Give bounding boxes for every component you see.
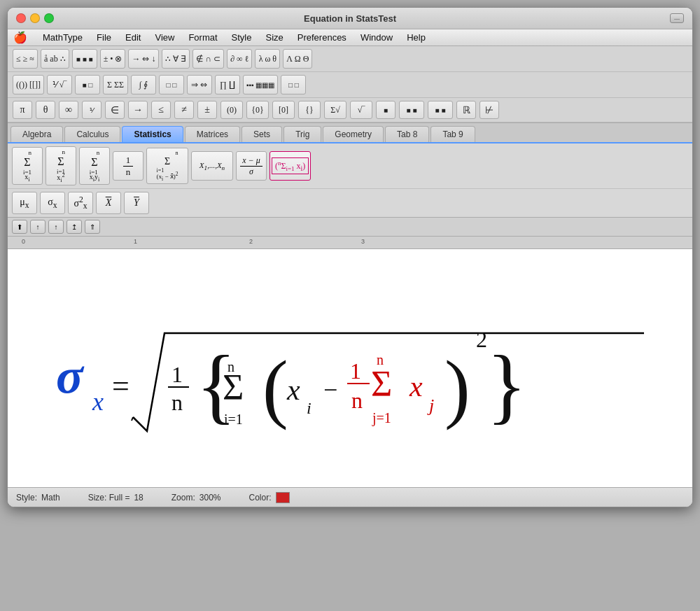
- sym-sigma-x[interactable]: σx: [40, 192, 65, 214]
- ruler: 0 1 2 3: [8, 237, 692, 249]
- svg-line-3: [132, 417, 133, 421]
- sym-x-bar[interactable]: X: [96, 192, 121, 214]
- close-button[interactable]: [16, 13, 26, 23]
- toolbar-greek-upper[interactable]: Λ Ω Θ: [283, 49, 312, 69]
- toolbar-neq[interactable]: ≠: [174, 101, 194, 119]
- sym-x-list[interactable]: X1,...,Xn: [191, 151, 233, 181]
- arrow-btn-2[interactable]: ↑: [30, 220, 46, 234]
- sym-sum-dev-sq[interactable]: n Σ i=1 (xi − x̄)2: [146, 148, 188, 184]
- tab-trig[interactable]: Trig: [284, 126, 321, 142]
- status-size: Size: Full = 18: [88, 493, 144, 503]
- sym-one-over-n[interactable]: 1 n: [113, 151, 144, 181]
- toolbar-boxes[interactable]: □ □: [281, 75, 306, 94]
- tabs-container: Algebra Calculus Statistics Matrices Set…: [8, 123, 692, 143]
- toolbar-arrows2[interactable]: ⇒ ⇔: [187, 75, 212, 94]
- arrow-btn-3[interactable]: ↑: [48, 220, 64, 234]
- toolbar-element[interactable]: ∈: [105, 101, 125, 119]
- arrow-btn-4[interactable]: ↥: [66, 220, 82, 234]
- tab-algebra[interactable]: Algebra: [10, 126, 63, 142]
- toolbar-leq[interactable]: ≤: [151, 101, 171, 119]
- toolbar-greek-lower[interactable]: λ ω θ: [255, 49, 280, 69]
- toolbar-fences[interactable]: (()) [[]]: [13, 75, 44, 94]
- toolbar-bracket-tmpl[interactable]: [0]: [272, 101, 295, 119]
- equation-svg: σ x = 1 n { n Σ i=1 (: [49, 263, 651, 473]
- toolbar-pi[interactable]: π: [13, 101, 32, 119]
- sym-mu-x[interactable]: μx: [12, 192, 37, 214]
- toolbar-ops[interactable]: ± • ⊗: [100, 49, 126, 69]
- tab-sets[interactable]: Sets: [241, 126, 282, 142]
- statistics-symbols: n Σ i=1 xi n Σ i=1 xi2 n Σ: [8, 143, 692, 218]
- apple-logo: 🍎: [13, 31, 27, 44]
- svg-text:x: x: [286, 374, 300, 406]
- tab-9[interactable]: Tab 9: [430, 126, 475, 142]
- toolbar-box2[interactable]: ■ ■: [399, 101, 424, 119]
- svg-text:n: n: [351, 388, 363, 413]
- toolbar-box3[interactable]: ■ ■: [428, 101, 453, 119]
- color-swatch[interactable]: [276, 492, 290, 503]
- format-menu[interactable]: Format: [181, 31, 224, 44]
- toolbar-text[interactable]: å ab ∴: [41, 49, 69, 69]
- sym-y-bar[interactable]: Y: [124, 192, 149, 214]
- collapse-button[interactable]: —: [670, 13, 684, 23]
- toolbar-sqrt2[interactable]: √‾: [350, 101, 372, 119]
- toolbar-row-2: (()) [[]] ⅟ √‾ ■ □ Σ ΣΣ ∫ ∮ □ □ ⇒ ⇔ ∏ ∐ …: [8, 72, 692, 98]
- preferences-menu[interactable]: Preferences: [290, 31, 354, 44]
- file-menu[interactable]: File: [90, 31, 118, 44]
- arrow-btn-1[interactable]: ⬆: [12, 220, 27, 234]
- edit-menu[interactable]: Edit: [118, 31, 148, 44]
- toolbar-frac-tmpl[interactable]: ⅟: [82, 101, 102, 119]
- sym-sum-xiyi[interactable]: n Σ i=1 xiyi: [79, 147, 110, 185]
- minimize-button[interactable]: [30, 13, 40, 23]
- tab-matrices[interactable]: Matrices: [185, 126, 240, 142]
- toolbar-calculus[interactable]: ∂ ∞ ℓ: [227, 49, 252, 69]
- toolbar-arrows[interactable]: → ⇔ ↓: [128, 49, 159, 69]
- window-menu[interactable]: Window: [354, 31, 400, 44]
- tab-calculus[interactable]: Calculus: [64, 126, 120, 142]
- toolbar-sum[interactable]: Σ ΣΣ: [103, 75, 128, 94]
- svg-text:σ: σ: [56, 348, 85, 404]
- app-menu[interactable]: MathType: [36, 31, 90, 44]
- toolbar-product[interactable]: ∏ ∐: [215, 75, 240, 94]
- sym-z-score[interactable]: x − μ σ: [236, 151, 267, 181]
- toolbar-pm[interactable]: ±: [197, 101, 217, 119]
- toolbar-theta[interactable]: θ: [36, 101, 55, 119]
- toolbar-dots[interactable]: ▪▪▪ ▦▦▦: [243, 75, 278, 94]
- arrow-btn-5[interactable]: ⇑: [85, 220, 100, 234]
- toolbar-brace-tmpl[interactable]: {0}: [246, 101, 269, 119]
- toolbar-not-provable[interactable]: ⊬: [479, 101, 499, 119]
- toolbar-paren-tmpl[interactable]: (0): [220, 101, 243, 119]
- view-menu[interactable]: View: [148, 31, 181, 44]
- style-menu[interactable]: Style: [225, 31, 259, 44]
- equation-area[interactable]: σ x = 1 n { n Σ i=1 (: [8, 249, 692, 487]
- svg-text:(: (: [262, 345, 288, 430]
- toolbar-relations[interactable]: ≤ ≥ ≈: [13, 49, 38, 69]
- svg-text:1: 1: [350, 358, 361, 384]
- help-menu[interactable]: Help: [400, 31, 433, 44]
- toolbar-over[interactable]: □ □: [159, 75, 184, 94]
- sym-sum-pink[interactable]: (nΣi=1 xi): [270, 151, 311, 181]
- sym-sum-xi-sq[interactable]: n Σ i=1 xi2: [46, 146, 76, 185]
- toolbar-sqrt[interactable]: ⅟ √‾: [47, 75, 72, 94]
- toolbar-infinity[interactable]: ∞: [59, 101, 78, 119]
- toolbar-matrices[interactable]: ■ □: [75, 75, 100, 94]
- toolbar-spacing[interactable]: ■ ■ ■: [72, 49, 97, 69]
- toolbar-sum-frac[interactable]: Σ√: [324, 101, 346, 119]
- toolbar-logic[interactable]: ∴ ∀ ∃: [162, 49, 190, 69]
- toolbar-box1[interactable]: ■: [376, 101, 396, 119]
- tab-statistics[interactable]: Statistics: [122, 126, 183, 142]
- sym-sum-xi[interactable]: n Σ i=1 xi: [12, 147, 43, 185]
- toolbar-empty-brace[interactable]: {}: [298, 101, 321, 119]
- toolbar-sets[interactable]: ∉ ∩ ⊂: [192, 49, 224, 69]
- svg-text:Σ: Σ: [223, 367, 244, 407]
- toolbar: ≤ ≥ ≈ å ab ∴ ■ ■ ■ ± • ⊗ → ⇔ ↓ ∴ ∀ ∃ ∉ ∩…: [8, 46, 692, 123]
- tab-8[interactable]: Tab 8: [385, 126, 429, 142]
- toolbar-integral[interactable]: ∫ ∮: [131, 75, 156, 94]
- size-menu[interactable]: Size: [258, 31, 290, 44]
- traffic-lights: [16, 13, 54, 23]
- toolbar-arrow-right[interactable]: →: [128, 101, 148, 119]
- maximize-button[interactable]: [44, 13, 54, 23]
- zoom-label: Zoom:: [172, 493, 195, 503]
- toolbar-reals[interactable]: ℝ: [456, 101, 476, 119]
- tab-geometry[interactable]: Geometry: [323, 126, 384, 142]
- sym-sigma-x-sq[interactable]: σ2x: [68, 192, 93, 214]
